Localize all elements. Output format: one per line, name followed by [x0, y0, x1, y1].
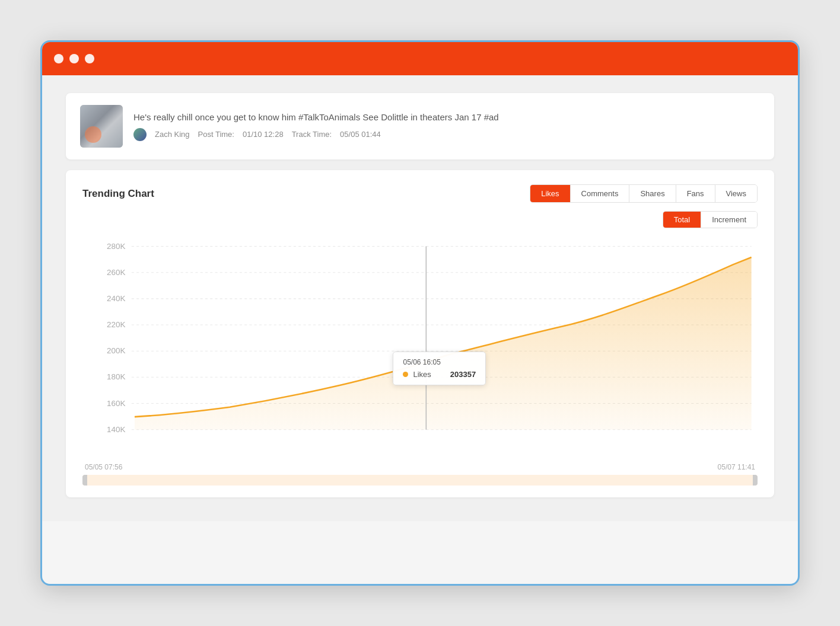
window-dot-1[interactable]: [54, 54, 63, 63]
svg-point-17: [423, 359, 429, 365]
post-card: He's really chill once you get to know h…: [66, 93, 774, 159]
svg-text:260K: 260K: [107, 268, 125, 277]
chart-svg: 280K 260K 240K 220K 200K 180K 160K 140K: [82, 234, 758, 459]
tab-comments[interactable]: Comments: [571, 185, 630, 202]
post-time-value: 01/10 12:28: [243, 130, 284, 139]
chart-header: Trending Chart Likes Comments Shares Fan…: [82, 184, 758, 203]
range-handle-left[interactable]: [82, 475, 87, 486]
subtab-total[interactable]: Total: [663, 212, 701, 228]
post-title: He's really chill once you get to know h…: [133, 112, 760, 122]
subtab-group: Total Increment: [663, 211, 758, 228]
thumb-detail: [85, 126, 101, 143]
browser-window: He's really chill once you get to know h…: [40, 40, 800, 586]
post-info: He's really chill once you get to know h…: [133, 112, 760, 141]
tab-fans[interactable]: Fans: [676, 185, 715, 202]
svg-text:240K: 240K: [107, 294, 125, 303]
svg-text:220K: 220K: [107, 320, 125, 329]
chart-card: Trending Chart Likes Comments Shares Fan…: [66, 170, 774, 497]
window-dot-3[interactable]: [85, 54, 94, 63]
post-meta: Zach King Post Time: 01/10 12:28 Track T…: [133, 128, 760, 141]
post-thumbnail: [80, 105, 123, 148]
chart-xaxis: 05/05 07:56 05/07 11:41: [82, 463, 758, 471]
subtab-increment[interactable]: Increment: [701, 212, 757, 228]
post-author: Zach King: [155, 130, 190, 139]
tab-likes[interactable]: Likes: [530, 185, 570, 202]
svg-text:280K: 280K: [107, 242, 125, 251]
avatar: [133, 128, 147, 141]
x-label-end: 05/07 11:41: [718, 463, 755, 471]
svg-text:160K: 160K: [107, 399, 125, 408]
x-label-start: 05/05 07:56: [85, 463, 122, 471]
chart-subheader: Total Increment: [82, 211, 758, 228]
track-time-label: Track Time:: [292, 130, 332, 139]
chart-title: Trending Chart: [82, 188, 154, 200]
browser-titlebar: [42, 42, 798, 75]
window-dot-2[interactable]: [69, 54, 79, 63]
range-handle-right[interactable]: [753, 475, 758, 486]
svg-text:180K: 180K: [107, 373, 125, 382]
tab-views[interactable]: Views: [715, 185, 757, 202]
post-time-label: Post Time:: [198, 130, 234, 139]
svg-text:200K: 200K: [107, 346, 125, 355]
post-thumbnail-image: [80, 105, 123, 148]
svg-text:140K: 140K: [107, 425, 125, 434]
chart-range-bar[interactable]: [82, 475, 758, 486]
chart-tab-group: Likes Comments Shares Fans Views: [530, 184, 758, 203]
track-time-value: 05/05 01:44: [340, 130, 381, 139]
browser-content: He's really chill once you get to know h…: [42, 75, 798, 521]
chart-area: 280K 260K 240K 220K 200K 180K 160K 140K: [82, 234, 758, 459]
tab-shares[interactable]: Shares: [629, 185, 676, 202]
